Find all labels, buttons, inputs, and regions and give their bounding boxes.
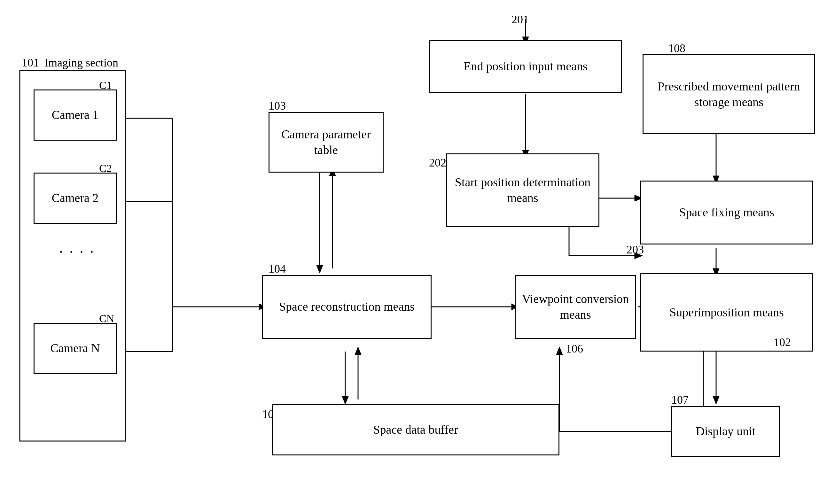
svg-marker-32: [713, 396, 719, 404]
label-103: 103: [268, 99, 286, 112]
end-position-box: End position input means: [429, 40, 622, 93]
start-position-box: Start position determination means: [446, 153, 599, 227]
display-box: Display unit: [671, 406, 780, 457]
label-c1: C1: [99, 79, 112, 91]
prescribed-box: Prescribed movement pattern storage mean…: [643, 54, 815, 134]
diagram: 101 Imaging section Camera 1 C1 Camera 2…: [0, 0, 835, 504]
label-c2: C2: [99, 162, 112, 174]
camera2-box: Camera 2: [34, 173, 117, 224]
svg-marker-16: [355, 347, 361, 355]
space-data-box: Space data buffer: [272, 404, 559, 456]
svg-marker-14: [342, 396, 348, 404]
viewpoint-box: Viewpoint conversion means: [515, 275, 636, 339]
label-201: 201: [511, 13, 529, 26]
label-108: 108: [668, 42, 686, 55]
label-cn: CN: [99, 313, 114, 325]
camera-param-box: Camera parameter table: [268, 112, 384, 173]
label-106: 106: [566, 342, 583, 355]
space-fixing-box: Space fixing means: [640, 181, 813, 245]
svg-marker-8: [317, 265, 323, 273]
svg-marker-18: [556, 347, 563, 355]
label-102: 102: [774, 336, 791, 349]
camera1-box: Camera 1: [34, 89, 117, 141]
dots: · · · ·: [59, 243, 95, 260]
cameraN-box: Camera N: [34, 323, 117, 374]
label-202: 202: [429, 156, 446, 169]
label-107: 107: [671, 393, 689, 406]
label-203: 203: [627, 243, 644, 256]
label-101: 101 Imaging section: [22, 56, 118, 69]
label-104: 104: [268, 262, 286, 275]
space-recon-box: Space reconstruction means: [262, 275, 432, 339]
